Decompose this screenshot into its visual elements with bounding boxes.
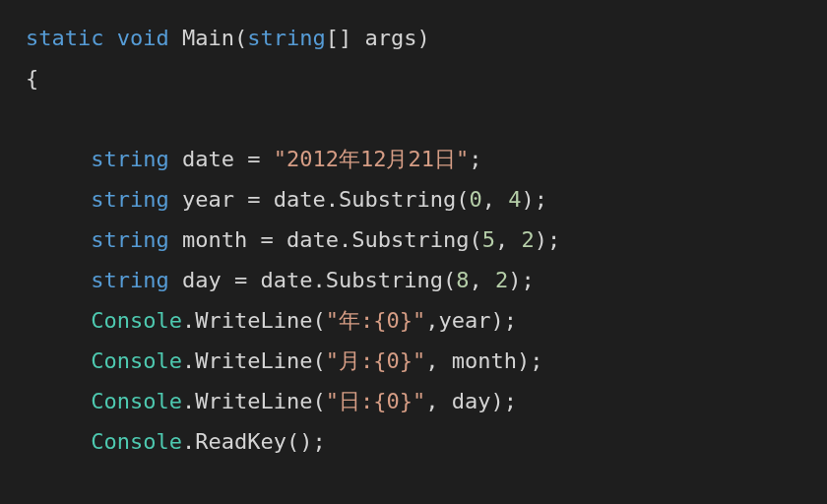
comma: , [425, 348, 438, 373]
num-5: 5 [482, 227, 495, 252]
semicolon: ; [530, 348, 542, 373]
dot: . [182, 308, 195, 333]
comma: , [482, 187, 495, 212]
brace-open: { [26, 66, 38, 91]
method-substring: Substring [339, 187, 456, 212]
num-0: 0 [469, 187, 481, 212]
paren-open: ( [443, 268, 456, 292]
num-8: 8 [456, 268, 469, 292]
method-writeline: WriteLine [195, 389, 312, 413]
var-date: date [182, 147, 234, 171]
paren-close: ) [299, 429, 312, 454]
string-literal-month: "月:{0}" [326, 348, 425, 373]
num-4: 4 [508, 187, 521, 212]
comma: , [425, 308, 438, 333]
paren-close: ) [490, 389, 503, 413]
ref-date: date [260, 268, 312, 292]
op-eq: = [260, 227, 273, 252]
op-eq: = [247, 147, 260, 171]
semicolon: ; [312, 429, 325, 454]
type-console: Console [91, 389, 182, 413]
dot: . [326, 187, 339, 212]
param-args: args [364, 26, 416, 50]
paren-open: ( [312, 348, 325, 373]
op-eq: = [247, 187, 260, 212]
ref-date: date [286, 227, 339, 252]
keyword-static: static [26, 26, 103, 50]
paren-open: ( [312, 389, 325, 413]
semicolon: ; [521, 268, 534, 292]
keyword-string: string [91, 227, 168, 252]
paren-close: ) [416, 26, 429, 50]
paren-close: ) [521, 187, 534, 212]
method-substring: Substring [351, 227, 469, 252]
dot: . [182, 429, 195, 454]
code-block: static void Main(string[] args) { string… [0, 0, 827, 504]
comma: , [425, 389, 438, 413]
keyword-void: void [117, 26, 169, 50]
paren-open: ( [469, 227, 481, 252]
comma: , [495, 227, 508, 252]
paren-open: ( [286, 429, 299, 454]
keyword-string: string [91, 147, 168, 171]
keyword-string-array: string [247, 26, 325, 50]
method-readkey: ReadKey [195, 429, 286, 454]
semicolon: ; [469, 147, 481, 171]
array-brackets: [] [326, 26, 352, 50]
paren-close: ) [535, 227, 547, 252]
type-console: Console [91, 429, 182, 454]
semicolon: ; [547, 227, 560, 252]
method-main: Main [182, 26, 234, 50]
dot: . [312, 268, 325, 292]
dot: . [339, 227, 351, 252]
var-month: month [182, 227, 247, 252]
string-literal-day: "日:{0}" [326, 389, 425, 413]
method-writeline: WriteLine [195, 348, 312, 373]
op-eq: = [234, 268, 247, 292]
semicolon: ; [535, 187, 547, 212]
num-2: 2 [521, 227, 534, 252]
var-year: year [182, 187, 234, 212]
paren-close: ) [490, 308, 503, 333]
paren-open: ( [312, 308, 325, 333]
var-day: day [182, 268, 222, 292]
method-substring: Substring [326, 268, 443, 292]
dot: . [182, 389, 195, 413]
num-2: 2 [495, 268, 508, 292]
method-writeline: WriteLine [195, 308, 312, 333]
comma: , [469, 268, 481, 292]
ref-day: day [452, 389, 491, 413]
semicolon: ; [504, 308, 517, 333]
keyword-string: string [91, 268, 168, 292]
ref-month: month [452, 348, 517, 373]
string-literal-date: "2012年12月21日" [274, 147, 469, 171]
ref-date: date [274, 187, 326, 212]
string-literal-year: "年:{0}" [326, 308, 425, 333]
paren-open: ( [234, 26, 247, 50]
paren-close: ) [517, 348, 530, 373]
paren-open: ( [456, 187, 469, 212]
dot: . [182, 348, 195, 373]
type-console: Console [91, 348, 182, 373]
type-console: Console [91, 308, 182, 333]
semicolon: ; [504, 389, 517, 413]
keyword-string: string [91, 187, 168, 212]
paren-close: ) [508, 268, 521, 292]
ref-year: year [438, 308, 490, 333]
